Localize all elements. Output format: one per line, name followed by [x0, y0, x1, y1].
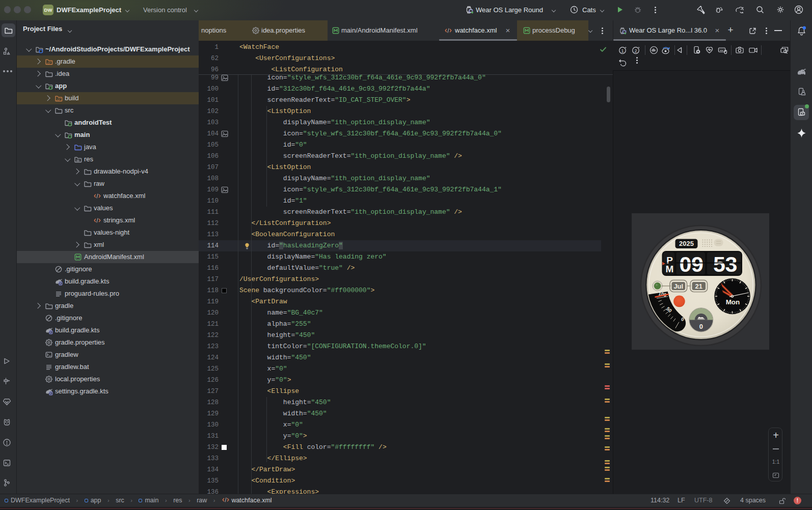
svg-text:M: M — [666, 264, 674, 274]
svg-text:Mon: Mon — [726, 298, 740, 306]
svg-text:0: 0 — [699, 323, 703, 330]
svg-text:2025: 2025 — [679, 240, 694, 247]
svg-text:21: 21 — [695, 282, 702, 290]
svg-text:09: 09 — [680, 252, 703, 276]
svg-text:53: 53 — [713, 252, 737, 276]
svg-text:1: 1 — [621, 48, 624, 53]
svg-text:Jul: Jul — [673, 282, 683, 290]
svg-text:2: 2 — [634, 48, 637, 53]
